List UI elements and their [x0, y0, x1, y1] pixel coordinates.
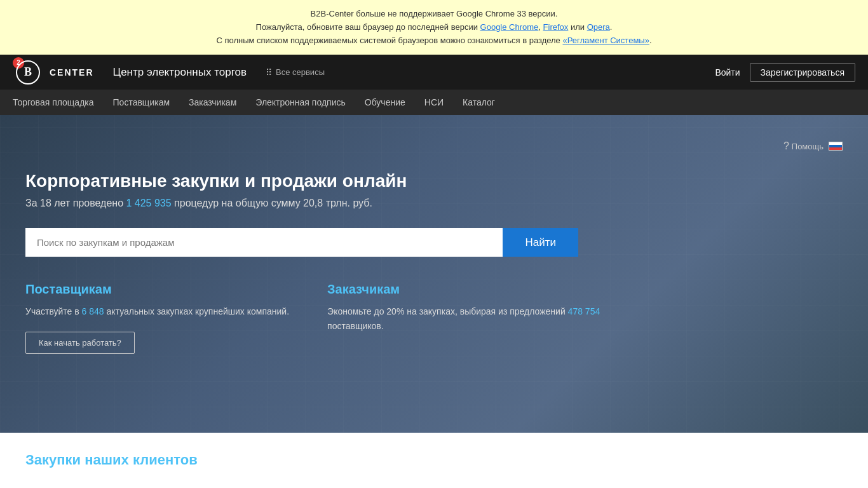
suppliers-text: Участвуйте в 6 848 актуальных закупках к…: [25, 304, 289, 318]
search-button[interactable]: Найти: [503, 228, 578, 257]
nav-nsi[interactable]: НСИ: [424, 91, 444, 114]
nav-training[interactable]: Обучение: [365, 91, 405, 114]
nav-digital-signature[interactable]: Электронная подпись: [255, 91, 345, 114]
logo-center-label: CENTER: [50, 67, 94, 78]
suppliers-title[interactable]: Поставщикам: [25, 282, 289, 297]
login-button[interactable]: Войти: [715, 67, 740, 78]
nav-marketplace[interactable]: Торговая площадка: [13, 91, 94, 114]
search-bar: Найти: [25, 228, 578, 257]
suppliers-count: 478 754: [568, 306, 600, 316]
firefox-link[interactable]: Firefox: [543, 22, 569, 32]
nav-suppliers[interactable]: Поставщикам: [113, 91, 170, 114]
hero-subtitle: За 18 лет проведено 1 425 935 процедур н…: [25, 198, 843, 209]
customers-card: Заказчикам Экономьте до 20% на закупках,…: [327, 282, 600, 353]
bottom-section: Закупки наших клиентов: [0, 433, 868, 487]
all-services-link[interactable]: ⠿ Все сервисы: [266, 67, 325, 78]
site-title: Центр электронных торгов: [113, 66, 247, 79]
hero-content: ? Помощь Корпоративные закупки и продажи…: [0, 115, 868, 385]
banner-line2: Пожалуйста, обновите ваш браузер до посл…: [256, 22, 613, 32]
language-flag[interactable]: [829, 142, 843, 151]
banner-line1: B2B-Center больше не поддерживает Google…: [311, 9, 558, 18]
nav-catalog[interactable]: Каталог: [463, 91, 495, 114]
customers-text: Экономьте до 20% на закупках, выбирая из…: [327, 304, 600, 333]
logo-circle: B: [16, 60, 40, 85]
chrome-link[interactable]: Google Chrome: [480, 22, 539, 32]
hero-cards: Поставщикам Участвуйте в 6 848 актуальны…: [25, 282, 843, 353]
header: 2 B CENTER Центр электронных торгов ⠿ Вс…: [0, 55, 868, 90]
how-to-start-button[interactable]: Как начать работать?: [25, 332, 135, 354]
hero-title: Корпоративные закупки и продажи онлайн: [25, 171, 843, 191]
main-nav: Торговая площадка Поставщикам Заказчикам…: [0, 90, 868, 115]
question-icon: ?: [783, 140, 789, 152]
logo-text: CENTER: [50, 67, 94, 78]
logo[interactable]: 2 B CENTER: [13, 57, 94, 88]
hero-section: ? Помощь Корпоративные закупки и продажи…: [0, 115, 868, 433]
register-button[interactable]: Зарегистрироваться: [750, 63, 855, 82]
browser-warning-banner: B2B-Center больше не поддерживает Google…: [0, 0, 868, 55]
nav-customers[interactable]: Заказчикам: [189, 91, 236, 114]
logo-letter: B: [24, 65, 32, 79]
clients-purchases-title: Закупки наших клиентов: [25, 452, 843, 468]
regulations-link[interactable]: «Регламент Системы»: [562, 36, 649, 45]
opera-link[interactable]: Opera: [587, 22, 610, 32]
procedures-count: 1 425 935: [126, 198, 171, 208]
suppliers-card: Поставщикам Участвуйте в 6 848 актуальны…: [25, 282, 289, 353]
help-bar: ? Помощь: [25, 140, 843, 152]
banner-line3: С полным списком поддерживаемых системой…: [216, 36, 651, 45]
search-input[interactable]: [25, 228, 503, 257]
active-tenders-count: 6 848: [82, 306, 104, 316]
logo-icon: 2 B: [13, 57, 43, 88]
customers-title[interactable]: Заказчикам: [327, 282, 600, 297]
grid-icon: ⠿: [266, 67, 272, 78]
header-right: Войти Зарегистрироваться: [715, 63, 855, 82]
help-link[interactable]: ? Помощь: [783, 140, 824, 152]
